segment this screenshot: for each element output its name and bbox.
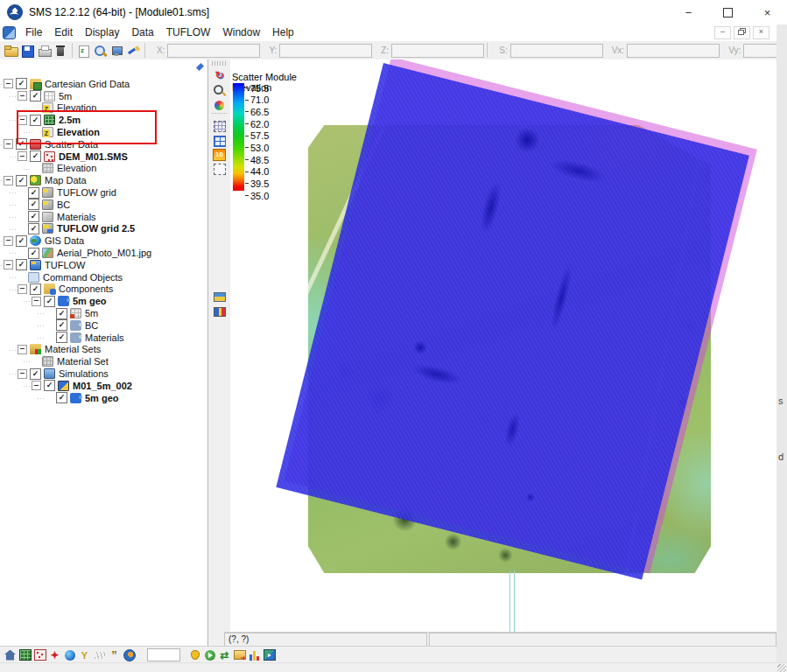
tree-item-dem-m01-sms[interactable]: ✓DEM_M01.SMS — [0, 150, 207, 163]
tree-item-bc[interactable]: ✓BC — [0, 319, 207, 332]
pin-icon[interactable] — [196, 63, 204, 71]
checkbox[interactable]: ✓ — [16, 78, 27, 89]
palette-drag-handle[interactable] — [212, 61, 227, 66]
expander-icon[interactable] — [4, 176, 13, 186]
coord-y-input[interactable] — [279, 44, 372, 58]
menu-tuflow[interactable]: TUFLOW — [160, 24, 217, 41]
menu-display[interactable]: Display — [79, 24, 125, 41]
tree-item-cartesian-grid-data[interactable]: ✓Cartesian Grid Data — [0, 78, 207, 90]
checkbox[interactable]: ✓ — [56, 319, 67, 331]
tree-item-gis-data[interactable]: ✓GIS Data — [0, 234, 207, 247]
frame-image-icon[interactable] — [76, 44, 91, 58]
export-tool-icon[interactable] — [233, 649, 246, 662]
checkbox[interactable]: ✓ — [56, 332, 67, 343]
tree-item-materials[interactable]: ✓Materials — [0, 332, 207, 344]
checkbox[interactable]: ✓ — [30, 150, 41, 162]
mdi-close-button[interactable]: × — [753, 26, 769, 39]
resize-grip[interactable] — [777, 664, 786, 672]
zoom-tool-icon[interactable] — [212, 83, 227, 97]
menu-edit[interactable]: Edit — [48, 24, 79, 41]
annotation-module-icon[interactable]: ” — [108, 649, 121, 662]
title-bar[interactable]: SMS 12.2.12 (64-bit) - [Module01.sms] − … — [0, 0, 787, 25]
checkbox[interactable]: ✓ — [44, 296, 55, 307]
home-module-icon[interactable] — [4, 649, 17, 662]
map-module-icon[interactable]: Y — [78, 649, 91, 662]
scatter-module-icon[interactable] — [33, 649, 46, 662]
maximize-button[interactable] — [708, 1, 748, 24]
select-grid-cell-tool-icon[interactable] — [212, 119, 227, 133]
timestep-tool-icon[interactable]: 10 — [213, 149, 226, 161]
viewport-icon[interactable] — [109, 44, 124, 58]
mdi-minimize-button[interactable]: – — [714, 26, 731, 39]
expander-icon[interactable] — [4, 236, 13, 246]
checkbox[interactable]: ✓ — [28, 223, 39, 234]
film-loop-tool-icon[interactable] — [263, 649, 276, 662]
tree-item-simulations[interactable]: ✓Simulations — [0, 368, 207, 380]
expander-icon[interactable] — [4, 79, 13, 88]
tree-item-components[interactable]: ✓Components — [0, 284, 207, 296]
expander-icon[interactable] — [32, 297, 41, 306]
tree-item-5m[interactable]: ✓5m — [0, 90, 207, 102]
checkbox[interactable]: ✓ — [16, 175, 27, 186]
mdi-restore-button[interactable] — [734, 26, 750, 39]
tree-item-5m-geo[interactable]: ✓5m geo — [0, 295, 207, 307]
expander-icon[interactable] — [18, 284, 27, 294]
tree-item-m01-5m-002[interactable]: ✓M01_5m_002 — [0, 380, 207, 392]
coord-vx-input[interactable] — [627, 44, 720, 58]
graphics-view[interactable]: Scatter Module Elevation 75.571.066.562.… — [230, 60, 776, 632]
open-file-icon[interactable] — [4, 44, 18, 58]
brush-icon[interactable] — [126, 44, 141, 58]
grid-frame-tool-icon[interactable] — [212, 134, 227, 148]
tree-item-tuflow-grid-2-5[interactable]: ✓TUFLOW grid 2.5 — [0, 223, 207, 235]
gis-module-icon[interactable] — [63, 649, 76, 662]
checkbox[interactable]: ✓ — [28, 211, 39, 222]
tree-item-elevation[interactable]: Elevation — [0, 163, 207, 175]
checkbox[interactable]: ✓ — [28, 248, 39, 259]
minimize-button[interactable]: − — [669, 1, 708, 24]
save-file-icon[interactable] — [20, 44, 35, 58]
droplet-tool-icon[interactable] — [188, 649, 201, 662]
pan-tool-icon[interactable] — [212, 98, 227, 112]
menu-window[interactable]: Window — [216, 24, 266, 41]
expander-icon[interactable] — [18, 151, 27, 161]
expander-icon[interactable] — [4, 139, 13, 149]
mesh-module-icon[interactable]: ✦ — [48, 649, 61, 662]
tree-item-map-data[interactable]: ✓Map Data — [0, 174, 207, 186]
expander-icon[interactable] — [32, 381, 41, 390]
tree-item-tuflow-grid[interactable]: ✓TUFLOW grid — [0, 186, 207, 199]
expander-icon[interactable] — [18, 91, 27, 101]
coord-s-input[interactable] — [510, 44, 603, 58]
plot-wizard-tool-icon[interactable] — [248, 649, 261, 662]
tree-item-material-sets[interactable]: Material Sets — [0, 344, 207, 356]
run-simulation-tool-icon[interactable] — [203, 649, 216, 662]
tuflow-module-icon[interactable] — [123, 649, 136, 662]
checkbox[interactable]: ✓ — [56, 392, 67, 403]
checkbox[interactable]: ✓ — [44, 380, 55, 391]
tree-item-materials[interactable]: ✓Materials — [0, 211, 207, 223]
curve-module-icon[interactable] — [93, 649, 106, 662]
menu-file[interactable]: File — [19, 24, 48, 41]
checkbox[interactable]: ✓ — [16, 235, 27, 247]
checkbox[interactable]: ✓ — [28, 199, 39, 210]
tree-item-tuflow[interactable]: ✓TUFLOW — [0, 259, 207, 271]
tree-item-5m[interactable]: ✓5m — [0, 307, 207, 319]
menu-help[interactable]: Help — [266, 24, 300, 41]
measure-tool-icon[interactable] — [212, 290, 227, 304]
select-region-tool-icon[interactable] — [212, 162, 227, 176]
refresh-cycle-tool-icon[interactable]: ⇄ — [218, 649, 231, 662]
zoom-magnifier-icon[interactable] — [93, 44, 108, 58]
checkbox[interactable]: ✓ — [56, 308, 67, 319]
project-explorer-panel[interactable]: ✓Cartesian Grid Data✓5mElevation✓2.5mEle… — [0, 60, 208, 646]
expander-icon[interactable] — [4, 260, 13, 270]
tree-item-5m-geo[interactable]: ✓5m geo — [0, 392, 207, 404]
rotate-tool-icon[interactable] — [212, 68, 227, 82]
tree-item-command-objects[interactable]: Command Objects — [0, 271, 207, 284]
checkbox[interactable]: ✓ — [30, 368, 41, 380]
checkbox[interactable]: ✓ — [16, 259, 27, 270]
checkbox[interactable]: ✓ — [30, 90, 41, 102]
cartesian-grid-module-icon[interactable] — [18, 649, 32, 662]
tree-item-aerial-photo-m01-jpg[interactable]: ✓Aerial_Photo_M01.jpg — [0, 247, 207, 259]
print-icon[interactable] — [37, 44, 52, 58]
expander-icon[interactable] — [18, 369, 27, 379]
coord-x-input[interactable] — [167, 44, 260, 58]
